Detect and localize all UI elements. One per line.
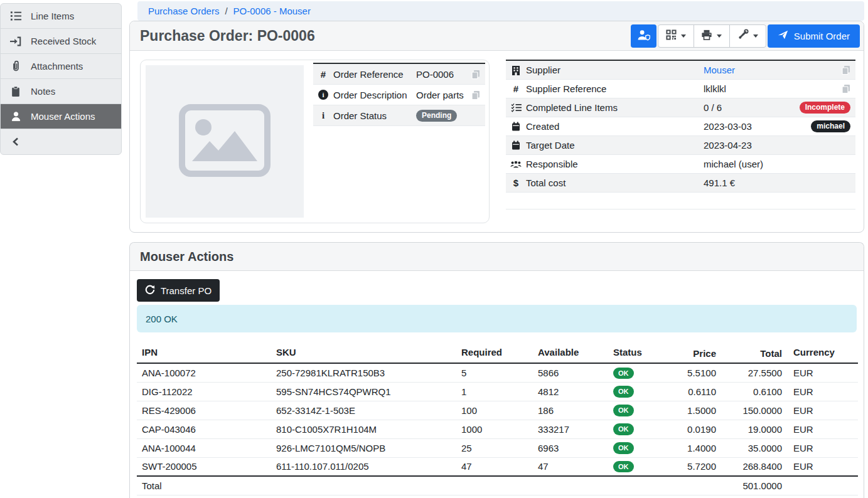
detail-value: lklklkl xyxy=(704,83,842,94)
detail-value: 0 / 6 xyxy=(704,102,800,113)
tools-icon xyxy=(737,29,749,43)
hash-icon: # xyxy=(313,69,333,80)
col-header-currency: Currency xyxy=(783,344,858,363)
sidebar-collapse-button[interactable] xyxy=(1,129,121,154)
supplier-details-table: Supplier Mouser # Supplier Reference lkl… xyxy=(506,60,855,209)
status-alert-text: 200 OK xyxy=(146,314,178,324)
copy-icon[interactable] xyxy=(842,84,855,93)
barcode-dropdown-button[interactable] xyxy=(658,25,694,47)
order-image-placeholder[interactable] xyxy=(146,65,304,218)
building-icon xyxy=(506,65,526,75)
ok-badge: OK xyxy=(613,368,634,379)
ok-badge: OK xyxy=(613,405,634,416)
printer-icon xyxy=(701,29,712,43)
cell-price: 1.4000 xyxy=(671,438,717,457)
cell-ipn: CAP-043046 xyxy=(137,420,271,438)
info-circle-icon: i xyxy=(313,90,333,100)
breadcrumb-link-current[interactable]: PO-0006 - Mouser xyxy=(233,6,311,16)
cell-sku: 611-110.107.011/0205 xyxy=(271,457,456,476)
sidebar-item-notes[interactable]: Notes xyxy=(1,79,121,104)
status-alert: 200 OK xyxy=(137,305,857,332)
print-dropdown-button[interactable] xyxy=(694,25,730,47)
chevron-left-icon xyxy=(1,137,31,146)
col-header-sku: SKU xyxy=(271,344,456,363)
ok-badge: OK xyxy=(613,386,634,397)
cell-sku: 652-3314Z-1-503E xyxy=(271,401,456,420)
cell-available: 47 xyxy=(533,457,608,476)
cell-ipn: DIG-112022 xyxy=(137,382,271,401)
copy-icon[interactable] xyxy=(842,65,855,75)
cell-total: 0.6100 xyxy=(717,382,783,401)
caret-down-icon xyxy=(717,34,722,38)
submit-order-button[interactable]: Submit Order xyxy=(768,24,860,48)
cell-available: 5866 xyxy=(533,363,608,382)
cell-total: 150.0000 xyxy=(717,401,783,420)
detail-label: Supplier Reference xyxy=(526,83,704,94)
supplier-reference-row: # Supplier Reference lklklkl xyxy=(506,80,855,98)
supplier-link[interactable]: Mouser xyxy=(704,65,735,75)
copy-icon[interactable] xyxy=(471,70,485,79)
total-cost-row: $ Total cost 491.1 € xyxy=(506,174,855,193)
ok-badge: OK xyxy=(613,461,634,472)
detail-label: Created xyxy=(526,121,704,132)
user-icon xyxy=(1,111,31,122)
cell-currency: EUR xyxy=(783,363,858,382)
caret-down-icon xyxy=(681,34,686,38)
cell-price: 0.6110 xyxy=(671,382,717,401)
breadcrumb-separator: / xyxy=(225,6,227,16)
ok-badge: OK xyxy=(613,442,634,453)
list-check-icon xyxy=(506,103,526,112)
paperclip-icon xyxy=(1,60,31,72)
submit-order-label: Submit Order xyxy=(794,31,850,41)
refresh-icon xyxy=(145,285,155,297)
sidebar-item-received-stock[interactable]: Received Stock xyxy=(1,29,121,54)
sidebar-item-line-items[interactable]: Line Items xyxy=(1,4,121,29)
order-actions-dropdown-button[interactable] xyxy=(730,25,766,47)
detail-label: Total cost xyxy=(526,177,704,188)
po-line-row: DIG-112022 595-SN74HCS74QPWRQ1 1 4812 OK… xyxy=(137,382,858,401)
sidebar-item-mouser-actions[interactable]: Mouser Actions xyxy=(1,104,121,129)
mouser-actions-header: Mouser Actions xyxy=(130,243,864,271)
sidebar-item-label: Notes xyxy=(31,86,55,97)
detail-value: 2023-04-23 xyxy=(704,140,855,151)
clipboard-icon xyxy=(1,86,31,97)
col-header-ipn: IPN xyxy=(137,344,271,363)
purchase-order-page: { "sidebar": { "items": [ { "label": "Li… xyxy=(0,0,868,498)
col-header-status: Status xyxy=(608,344,671,363)
cell-ipn: ANA-100072 xyxy=(137,363,271,382)
admin-button[interactable] xyxy=(631,24,656,48)
sign-in-icon xyxy=(1,36,31,47)
cell-sku: 926-LMC7101QM5/NOPB xyxy=(271,438,456,457)
cell-required: 5 xyxy=(456,363,533,382)
calendar-icon xyxy=(506,140,526,150)
transfer-po-button[interactable]: Transfer PO xyxy=(137,279,220,302)
hash-icon: # xyxy=(506,83,526,94)
incomplete-badge: Incomplete xyxy=(800,102,850,114)
detail-label: Order Reference xyxy=(333,69,416,80)
user-badge: michael xyxy=(811,120,850,132)
purchase-order-panel: Purchase Order: PO-0006 xyxy=(129,21,864,233)
user-shield-icon xyxy=(637,29,650,43)
detail-value: 2023-03-03 xyxy=(704,121,811,132)
header-button-group xyxy=(658,24,766,48)
cell-required: 1 xyxy=(456,382,533,401)
purchase-order-panel-header: Purchase Order: PO-0006 xyxy=(130,21,864,51)
transfer-po-label: Transfer PO xyxy=(161,285,212,296)
po-table-total-row: Total 501.0000 xyxy=(137,476,858,495)
sidebar: Line Items Received Stock Attachments No… xyxy=(0,3,122,155)
sidebar-item-attachments[interactable]: Attachments xyxy=(1,54,121,79)
sidebar-item-label: Mouser Actions xyxy=(31,111,95,122)
cell-sku: 250-72981KLRATR150B3 xyxy=(271,363,456,382)
po-lines-table: IPN SKU Required Available Status Price … xyxy=(137,344,858,495)
dollar-icon: $ xyxy=(506,177,526,188)
po-line-row: ANA-100072 250-72981KLRATR150B3 5 5866 O… xyxy=(137,363,858,382)
cell-required: 100 xyxy=(456,401,533,420)
cell-total: 27.5500 xyxy=(717,363,783,382)
breadcrumb-link-purchase-orders[interactable]: Purchase Orders xyxy=(148,6,219,16)
cell-currency: EUR xyxy=(783,457,858,476)
order-details-table: # Order Reference PO-0006 i Order Descri… xyxy=(313,63,485,126)
cell-available: 186 xyxy=(533,401,608,420)
cell-price: 1.5000 xyxy=(671,401,717,420)
copy-icon[interactable] xyxy=(471,90,485,100)
detail-value: michael (user) xyxy=(704,159,855,169)
